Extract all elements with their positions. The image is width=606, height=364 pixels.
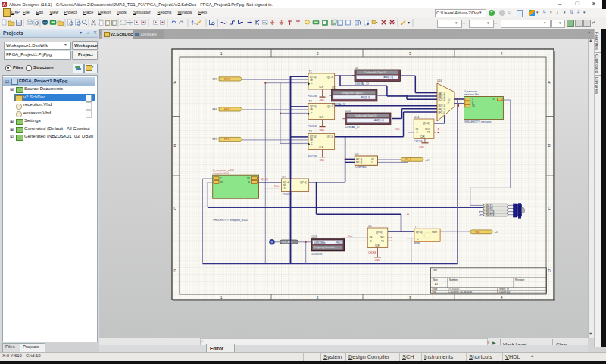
- svg-text:RS_RTS: RS_RTS: [486, 213, 494, 216]
- svg-text:GT: GT: [371, 158, 374, 161]
- svg-text:VCC: VCC: [348, 235, 353, 238]
- svg-text:GND: GND: [419, 146, 425, 149]
- svg-text:CLR: CLR: [319, 146, 323, 149]
- svg-text:U5: U5: [368, 225, 372, 228]
- svg-text:U11: U11: [332, 86, 336, 89]
- svg-text:T7: T7: [414, 226, 417, 229]
- svg-text:TXD: TXD: [475, 231, 480, 234]
- svg-text:Q[7..0]: Q[7..0]: [327, 105, 334, 108]
- svg-text:◄J#: ◄J#: [494, 231, 498, 234]
- svg-text:GT_8: GT_8: [405, 158, 411, 161]
- svg-text:Title: Title: [433, 269, 437, 272]
- svg-text:KEY2: KEY2: [224, 138, 230, 141]
- svg-text:KEY: KEY: [213, 138, 217, 141]
- svg-text:DC[7..0]: DC[7..0]: [439, 98, 446, 101]
- svg-text:C: C: [311, 112, 313, 115]
- svg-text:▾: ▾: [408, 20, 410, 25]
- svg-text:ne: ne: [263, 21, 266, 24]
- svg-text:Number: Number: [449, 278, 458, 282]
- svg-text:Q[7..0]: Q[7..0]: [423, 122, 430, 125]
- svg-text:GND: GND: [375, 259, 381, 262]
- svg-text:C:\Users\..\v2.SchDoc: C:\Users\..\v2.SchDoc: [448, 291, 473, 294]
- svg-text:U4: U4: [355, 67, 359, 70]
- svg-text:DB[7..0]: DB[7..0]: [439, 95, 446, 98]
- svg-text:KEY: KEY: [213, 108, 217, 111]
- svg-text:AN2[7..0]: AN2[7..0]: [374, 119, 384, 122]
- svg-text:U_emission: U_emission: [464, 90, 478, 93]
- svg-text:C: C: [311, 142, 313, 145]
- svg-text:Size: Size: [433, 278, 438, 282]
- svg-text:Configurable Digital IO: Configurable Digital IO: [342, 92, 364, 95]
- svg-text:DIGITAL_IV: DIGITAL_IV: [332, 103, 346, 106]
- svg-text:T2: T2: [309, 100, 312, 103]
- svg-text:KEY0: KEY0: [224, 78, 230, 81]
- svg-text:GND: GND: [320, 99, 326, 102]
- svg-text:Configurable Digital IO: Configurable Digital IO: [364, 71, 387, 74]
- svg-text:Drawn By:: Drawn By:: [499, 291, 511, 294]
- svg-text:CLK_BRD: CLK_BRD: [282, 241, 293, 244]
- svg-text:U10: U10: [345, 110, 351, 113]
- svg-text:DE[7..0]: DE[7..0]: [439, 108, 446, 111]
- svg-text:CLR: CLR: [319, 86, 323, 89]
- svg-text:TC: TC: [381, 240, 384, 243]
- svg-text:emission.Vhd: emission.Vhd: [464, 93, 479, 96]
- svg-text:Revision: Revision: [515, 278, 524, 282]
- svg-text:CHCEB: CHCEB: [368, 251, 376, 254]
- svg-text:DIGITAL_IO: DIGITAL_IO: [355, 82, 370, 86]
- svg-text:U7: U7: [282, 176, 286, 179]
- svg-text:C: C: [417, 131, 418, 134]
- svg-text:AN1[7..0]: AN1[7..0]: [361, 96, 370, 99]
- svg-text:U13: U13: [312, 235, 317, 238]
- svg-text:CLKMXN: CLKMXN: [311, 253, 323, 256]
- svg-text:D: D: [248, 181, 250, 184]
- svg-text:D[7..0]: D[7..0]: [261, 178, 268, 181]
- svg-text:B: B: [548, 144, 551, 148]
- svg-text:KEY: KEY: [213, 78, 217, 81]
- svg-text:U14: U14: [414, 116, 420, 119]
- svg-text:CEO: CEO: [425, 128, 430, 131]
- svg-text:VCC: VCC: [274, 185, 280, 188]
- svg-text:VCC: VCC: [395, 128, 400, 131]
- svg-text:C: C: [284, 187, 286, 190]
- svg-text:DF[7..0]: DF[7..0]: [439, 111, 446, 114]
- svg-text:KEY1: KEY1: [224, 108, 230, 111]
- svg-text:T1: T1: [309, 70, 312, 73]
- svg-text:AN0[7..0]: AN0[7..0]: [383, 76, 393, 79]
- svg-text:C: C: [472, 98, 473, 101]
- svg-text:U9: U9: [355, 153, 359, 156]
- svg-text:GND: GND: [320, 159, 326, 162]
- svg-text:PS6CEB: PS6CEB: [308, 95, 317, 98]
- svg-text:TD: TD: [472, 104, 475, 107]
- svg-text:PS6CEB: PS6CEB: [308, 155, 317, 158]
- svg-text:COMPM8L: COMPM8L: [355, 166, 367, 169]
- svg-text:TX: TX: [492, 98, 495, 101]
- svg-text:RX: RX: [220, 181, 223, 184]
- svg-text:D: D: [472, 101, 473, 104]
- svg-text:D[7..0]: D[7..0]: [416, 231, 422, 234]
- svg-text:VHDLENTITY emission: VHDLENTITY emission: [464, 120, 491, 123]
- svg-text:Configurable Digital IO: Configurable Digital IO: [355, 114, 378, 117]
- svg-text:B: B: [174, 144, 176, 148]
- svg-text:C: C: [220, 177, 222, 180]
- svg-text:10MXXMHz: 10MXXMHz: [314, 241, 326, 244]
- svg-text:File: File: [433, 291, 436, 294]
- svg-text:DIGITAL_IO: DIGITAL_IO: [345, 126, 360, 129]
- svg-text:Frequency Generator: Frequency Generator: [314, 246, 335, 249]
- svg-text:U16: U16: [437, 79, 442, 82]
- svg-text:GND: GND: [320, 129, 326, 132]
- svg-text:A[7..0]: A[7..0]: [356, 158, 362, 161]
- svg-text:VHDLENTITY reception_w202: VHDLENTITY reception_w202: [213, 219, 248, 222]
- svg-text:CE: CE: [416, 128, 419, 131]
- svg-text:CLR: CLR: [319, 116, 323, 119]
- svg-text:DA[7..0]: DA[7..0]: [439, 92, 446, 95]
- svg-text:A: A: [548, 81, 551, 85]
- svg-text:TC: TC: [427, 131, 430, 134]
- svg-text:DD[7..0]: DD[7..0]: [439, 104, 446, 107]
- svg-text:PWM: PWM: [432, 231, 438, 234]
- svg-text:PWM: PWM: [414, 242, 420, 245]
- svg-text:LT: LT: [371, 161, 373, 164]
- svg-text:C: C: [417, 238, 419, 241]
- svg-text:C: C: [370, 240, 372, 243]
- svg-text:U_reception_w202: U_reception_w202: [213, 169, 234, 172]
- svg-text:CLR: CLR: [420, 135, 425, 138]
